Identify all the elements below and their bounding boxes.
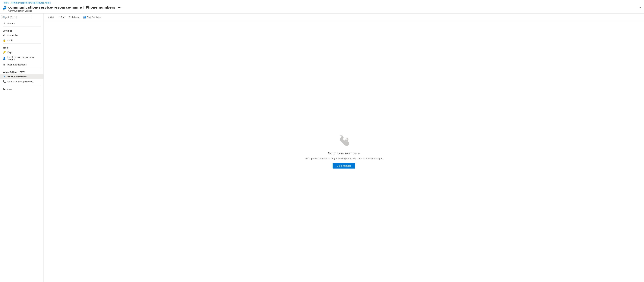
sidebar-item-keys[interactable]: 🔑 Keys	[0, 50, 44, 55]
main-content: # No phone numbers Get a phone number to…	[44, 21, 644, 282]
keys-icon: 🔑	[3, 51, 6, 54]
page-name: Phone numbers	[86, 5, 115, 10]
empty-description: Get a phone number to begin making calls…	[304, 157, 383, 160]
sidebar-item-locks[interactable]: 🔒 Locks	[0, 38, 44, 43]
tools-section-label: Tools	[0, 44, 44, 50]
empty-state: # No phone numbers Get a phone number to…	[304, 134, 383, 169]
sidebar-item-label: Keys	[8, 51, 12, 54]
release-label: Release	[72, 16, 80, 19]
close-button[interactable]: ✕	[639, 6, 641, 9]
settings-divider	[3, 27, 41, 27]
feedback-icon: 👥	[83, 16, 86, 19]
feedback-label: Give feedback	[87, 16, 101, 19]
push-icon: 🖥	[3, 63, 6, 66]
breadcrumb-separator: ›	[10, 2, 10, 4]
direct-routing-icon: 📞	[3, 80, 6, 83]
sidebar: 🔍 ⚡ Events Settings ⚙ Properties 🔒 Locks…	[0, 14, 44, 282]
release-button[interactable]: 🗑 Release	[66, 15, 81, 19]
arrow-icon: →	[57, 16, 60, 19]
header-text: communication-service-resource-name | Ph…	[8, 5, 641, 12]
sidebar-item-properties[interactable]: ⚙ Properties	[0, 33, 44, 38]
sidebar-item-identities[interactable]: 👤 Identities & User Access Tokens	[0, 55, 44, 62]
header-divider: |	[83, 5, 84, 10]
header-title: communication-service-resource-name | Ph…	[8, 5, 641, 10]
services-section-label: Services	[0, 86, 44, 91]
sidebar-item-label: Push notifications	[8, 64, 27, 66]
search-input[interactable]	[2, 16, 31, 19]
empty-state-icon: #	[337, 134, 350, 148]
feedback-button[interactable]: 👥 Give feedback	[82, 15, 102, 19]
port-button[interactable]: → Port	[56, 15, 66, 19]
sidebar-item-label: Identities & User Access Tokens	[8, 56, 41, 61]
breadcrumb: Home › communication-service-resource-na…	[0, 0, 644, 5]
sidebar-item-events[interactable]: ⚡ Events	[0, 21, 44, 26]
more-options-button[interactable]: ···	[118, 6, 122, 9]
sidebar-item-push[interactable]: 🖥 Push notifications	[0, 62, 44, 67]
events-icon: ⚡	[3, 22, 6, 25]
settings-section-label: Settings	[0, 27, 44, 33]
breadcrumb-home[interactable]: Home	[3, 2, 8, 4]
breadcrumb-resource[interactable]: communication-service-resource-name	[11, 2, 51, 4]
port-label: Port	[60, 16, 64, 19]
resource-name: communication-service-resource-name	[8, 5, 82, 10]
get-button[interactable]: + Get	[46, 15, 55, 19]
toolbar: + Get → Port 🗑 Release 👥 Give feedback	[44, 14, 644, 21]
sidebar-item-label: Phone numbers	[8, 75, 27, 78]
pstn-section-label: Voice Calling - PSTN	[0, 69, 44, 74]
sidebar-item-label: Direct routing (Preview)	[8, 80, 33, 83]
identities-icon: 👤	[3, 57, 6, 60]
phone-numbers-icon: #	[3, 75, 6, 78]
empty-title: No phone numbers	[328, 151, 360, 155]
properties-icon: ⚙	[3, 34, 6, 37]
sidebar-item-phone-numbers[interactable]: # Phone numbers	[0, 74, 44, 79]
sidebar-item-label: Locks	[8, 39, 14, 42]
page-header: # communication-service-resource-name | …	[0, 5, 644, 14]
sidebar-item-label: Properties	[8, 34, 18, 37]
body-layout: 🔍 ⚡ Events Settings ⚙ Properties 🔒 Locks…	[0, 14, 644, 282]
search-icon: 🔍	[3, 16, 6, 19]
sidebar-item-label: Events	[8, 22, 15, 25]
locks-icon: 🔒	[3, 39, 6, 42]
header-subtitle: Communication Service	[8, 10, 641, 12]
get-number-button[interactable]: Get a number	[332, 163, 355, 169]
pstn-divider	[3, 68, 41, 68]
get-label: Get	[50, 16, 54, 19]
trash-icon: 🗑	[68, 16, 70, 19]
header-icon: #	[3, 6, 6, 11]
plus-icon: +	[48, 16, 49, 19]
svg-text:#: #	[344, 136, 349, 143]
sidebar-item-direct-routing[interactable]: 📞 Direct routing (Preview)	[0, 79, 44, 84]
